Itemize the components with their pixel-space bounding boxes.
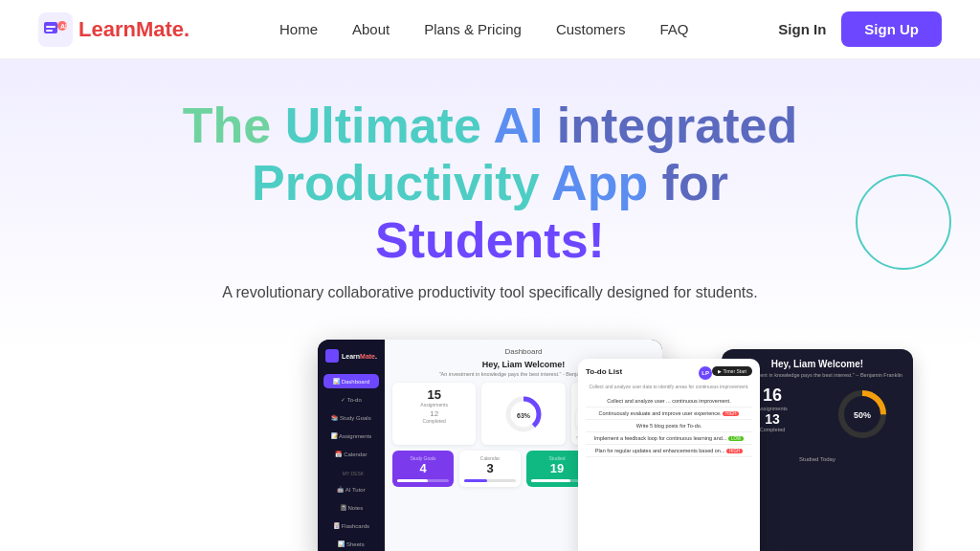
hero-subtitle: A revolutionary collaborative productivi… [38,284,942,301]
nav-faq[interactable]: FAQ [659,21,688,37]
nav-home[interactable]: Home [279,21,318,37]
svg-rect-2 [46,26,56,28]
nav-links: Home About Plans & Pricing Customers FAQ [279,21,688,38]
mock-calendar-card: Calendar 3 [459,451,521,487]
svg-text:AI: AI [60,23,67,30]
signup-button[interactable]: Sign Up [841,11,942,47]
app-mockups: LearnMate. 📊 Dashboard ✓ To-do 📚 Study G… [38,330,942,551]
hero-section: The Ultimate AI integrated Productivity … [0,59,980,551]
navbar: AI LearnMate. Home About Plans & Pricing… [0,0,980,59]
decorative-circle [856,174,951,270]
svg-text:50%: 50% [854,410,871,420]
mock-dashboard-title: Dashboard [392,347,655,356]
logo[interactable]: AI LearnMate. [38,12,189,47]
nav-actions: Sign In Sign Up [778,11,942,47]
logo-icon: AI [38,12,73,47]
mock-sidebar: LearnMate. 📊 Dashboard ✓ To-do 📚 Study G… [318,340,385,551]
nav-customers[interactable]: Customers [556,21,626,37]
mock-study-goals-card: Study Goals 4 [392,451,454,487]
hero-title: The Ultimate AI integrated Productivity … [38,98,942,269]
nav-plans[interactable]: Plans & Pricing [424,21,522,37]
svg-text:63%: 63% [517,412,531,419]
svg-rect-3 [46,30,53,32]
mock-donut-card: 63% [481,383,565,445]
brand-name: LearnMate. [78,17,189,42]
todo-mockup: To-do List ▶ Timer Start LP Collect and … [578,359,760,551]
nav-about[interactable]: About [352,21,390,37]
signin-button[interactable]: Sign In [778,21,826,37]
mock-assignments-card: 15 Assignments 12 Completed [392,383,476,445]
